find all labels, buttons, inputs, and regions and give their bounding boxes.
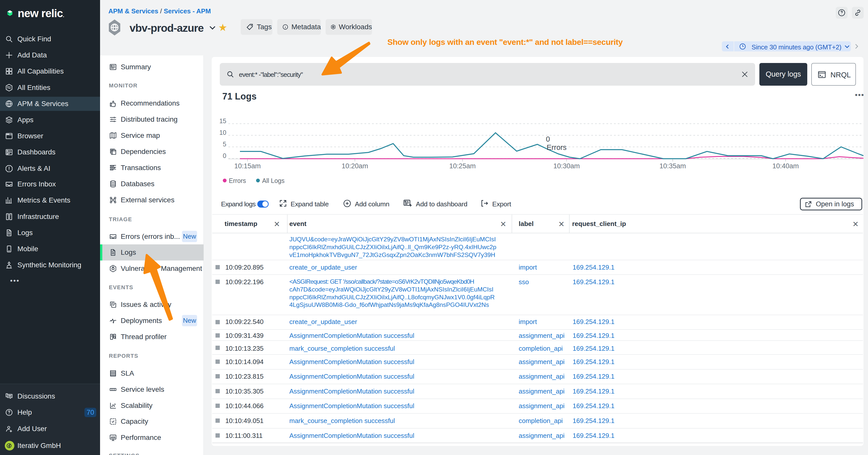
- svg-text:Errors: Errors: [547, 143, 566, 152]
- svg-text:10:15am: 10:15am: [234, 162, 260, 170]
- svg-text:10:25am: 10:25am: [449, 162, 475, 170]
- svg-text:10:30am: 10:30am: [553, 162, 580, 170]
- svg-text:0: 0: [546, 135, 550, 143]
- svg-text:10:35am: 10:35am: [659, 162, 686, 170]
- svg-text:0: 0: [223, 152, 226, 159]
- svg-text:10: 10: [219, 129, 226, 136]
- svg-text:15: 15: [219, 118, 226, 125]
- svg-text:10:40am: 10:40am: [772, 162, 799, 170]
- svg-text:5: 5: [223, 140, 226, 148]
- svg-text:10:20am: 10:20am: [341, 162, 368, 170]
